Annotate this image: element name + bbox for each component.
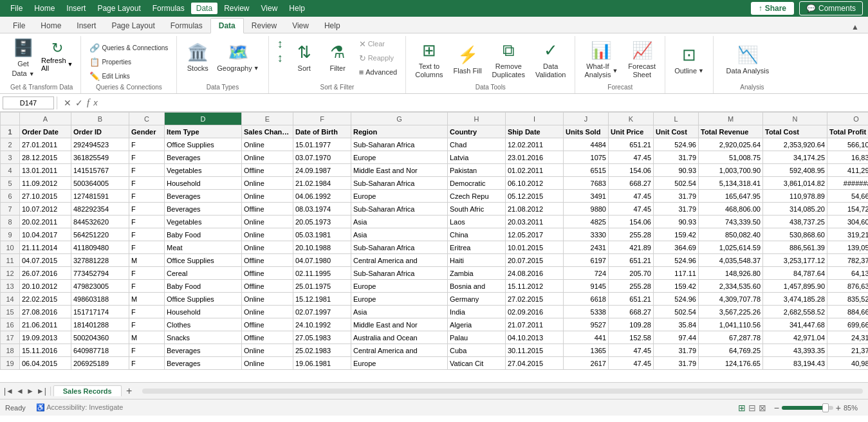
zoom-out-button[interactable]: −: [774, 403, 779, 413]
cell[interactable]: Total Profit: [827, 125, 869, 138]
cell[interactable]: 20.10.1988: [293, 241, 351, 254]
cell[interactable]: 26.07.2016: [20, 267, 71, 280]
cell[interactable]: 2,334,535.60: [699, 280, 763, 293]
cell[interactable]: 2617: [564, 357, 609, 370]
col-header-d[interactable]: D: [165, 113, 242, 125]
cell[interactable]: Meat: [165, 241, 242, 254]
cell[interactable]: 67,287.78: [699, 331, 763, 344]
cell[interactable]: 02.11.1995: [293, 267, 351, 280]
cell[interactable]: 743,339.50: [699, 216, 763, 228]
cell[interactable]: 30.11.2015: [506, 344, 564, 357]
cell[interactable]: Offline: [242, 254, 293, 267]
cell[interactable]: 141515767: [71, 164, 129, 177]
menu-review[interactable]: Review: [219, 3, 254, 14]
cell[interactable]: F: [129, 280, 165, 293]
flash-fill-button[interactable]: ⚡ Flash Fill: [450, 39, 486, 81]
cell[interactable]: 23.01.2016: [506, 151, 564, 164]
cell[interactable]: 341,447.68: [763, 318, 827, 331]
cell[interactable]: F: [129, 357, 165, 370]
col-header-o[interactable]: O: [827, 113, 869, 125]
cell[interactable]: 502.54: [654, 306, 699, 318]
cell[interactable]: Clothes: [165, 318, 242, 331]
cell[interactable]: 12.02.2011: [506, 138, 564, 151]
cell[interactable]: 699,662.88: [827, 318, 869, 331]
tab-review[interactable]: Review: [244, 19, 284, 33]
cell[interactable]: Middle East and Nor: [351, 164, 448, 177]
cell[interactable]: 42,971.04: [763, 331, 827, 344]
cell[interactable]: Date of Birth: [293, 125, 351, 138]
cell[interactable]: 3,253,177.12: [763, 254, 827, 267]
cell[interactable]: 4,309,707.78: [699, 293, 763, 306]
cell[interactable]: 886,561.39: [763, 241, 827, 254]
cell[interactable]: Haiti: [448, 254, 506, 267]
row-number-cell[interactable]: 19: [1, 357, 20, 370]
cell[interactable]: 181401288: [71, 318, 129, 331]
cell[interactable]: Middle East and Nor: [351, 318, 448, 331]
cell[interactable]: F: [129, 228, 165, 241]
cell[interactable]: 97.44: [654, 331, 699, 344]
cell[interactable]: Beverages: [165, 190, 242, 203]
sort-za-button[interactable]: ↕: [274, 51, 286, 64]
stocks-button[interactable]: 🏛️ Stocks: [182, 36, 213, 78]
row-number-cell[interactable]: 12: [1, 267, 20, 280]
cell[interactable]: 530,868.60: [763, 228, 827, 241]
cell[interactable]: 876,639.70: [827, 280, 869, 293]
cell[interactable]: 15.01.1977: [293, 138, 351, 151]
cell[interactable]: Europe: [351, 190, 448, 203]
page-break-view-button[interactable]: ⊠: [759, 403, 766, 413]
cell[interactable]: 361825549: [71, 151, 129, 164]
cell[interactable]: 304,602.25: [827, 216, 869, 228]
row-number-cell[interactable]: 13: [1, 280, 20, 293]
cell[interactable]: 421.89: [609, 241, 654, 254]
cell[interactable]: Beverages: [165, 203, 242, 216]
cell[interactable]: 27.05.1983: [293, 331, 351, 344]
cell[interactable]: 1365: [564, 344, 609, 357]
cell[interactable]: 25.02.1983: [293, 344, 351, 357]
cell[interactable]: India: [448, 306, 506, 318]
cell[interactable]: 524.96: [654, 293, 699, 306]
col-header-l[interactable]: L: [654, 113, 699, 125]
comments-button[interactable]: 💬 Comments: [799, 1, 863, 15]
cell[interactable]: 24.09.1987: [293, 164, 351, 177]
cell[interactable]: 16,834.50: [827, 151, 869, 164]
cell[interactable]: 502.54: [654, 177, 699, 190]
col-header-f[interactable]: F: [293, 113, 351, 125]
col-header-a[interactable]: A: [20, 113, 71, 125]
cell[interactable]: 498603188: [71, 293, 129, 306]
cell[interactable]: Household: [165, 177, 242, 190]
cell[interactable]: ##########: [827, 177, 869, 190]
tab-insert[interactable]: Insert: [69, 19, 104, 33]
row-number-cell[interactable]: 17: [1, 331, 20, 344]
cell[interactable]: 1,003,700.90: [699, 164, 763, 177]
row-number-cell[interactable]: 3: [1, 151, 20, 164]
cancel-formula-icon[interactable]: ✕: [64, 98, 71, 108]
cell[interactable]: 4,035,548.37: [699, 254, 763, 267]
cell[interactable]: 10.01.2015: [506, 241, 564, 254]
cell[interactable]: 10.04.2017: [20, 228, 71, 241]
cell[interactable]: 110,978.89: [763, 190, 827, 203]
cell[interactable]: Offline: [242, 331, 293, 344]
cell[interactable]: 6197: [564, 254, 609, 267]
cell[interactable]: 206925189: [71, 357, 129, 370]
cell[interactable]: 500204360: [71, 331, 129, 344]
cell[interactable]: 28.12.2015: [20, 151, 71, 164]
cell[interactable]: 08.03.1974: [293, 203, 351, 216]
row-number-cell[interactable]: 4: [1, 164, 20, 177]
cell[interactable]: 884,666.74: [827, 306, 869, 318]
cell[interactable]: F: [129, 318, 165, 331]
cell[interactable]: 479823005: [71, 280, 129, 293]
cell[interactable]: 2,920,025.64: [699, 138, 763, 151]
cell[interactable]: China: [448, 228, 506, 241]
name-box[interactable]: D147: [3, 96, 54, 109]
cell[interactable]: 27.10.2015: [20, 190, 71, 203]
refresh-all-button[interactable]: ↻ RefreshAll ▼: [39, 39, 75, 73]
cell[interactable]: Gender: [129, 125, 165, 138]
cell[interactable]: Germany: [448, 293, 506, 306]
cell[interactable]: 3,474,185.28: [763, 293, 827, 306]
data-validation-button[interactable]: ✓ DataValidation: [531, 39, 570, 81]
cell[interactable]: 05.03.1981: [293, 228, 351, 241]
cell[interactable]: 51,008.75: [699, 151, 763, 164]
cell[interactable]: 438,737.25: [763, 216, 827, 228]
cell[interactable]: 566,105.00: [827, 138, 869, 151]
cell[interactable]: 83,194.43: [763, 357, 827, 370]
